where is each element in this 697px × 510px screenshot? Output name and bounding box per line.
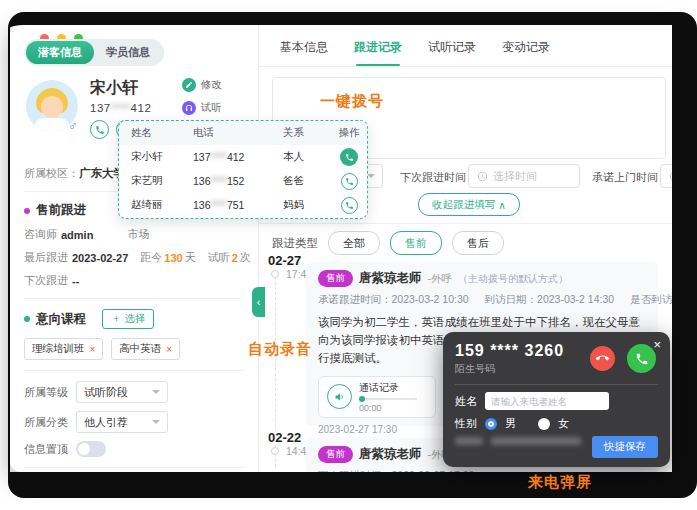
female-label: 女 [558, 416, 569, 431]
tab-change-records[interactable]: 变动记录 [502, 39, 550, 66]
contact-row: 宋小轩 137****412 本人 [119, 145, 367, 169]
green-bullet-icon [24, 316, 30, 322]
tab-basic-info[interactable]: 基本信息 [280, 39, 328, 66]
timeline-marker-icon [271, 447, 279, 455]
call-contact-button[interactable] [341, 197, 358, 214]
phone-down-icon [593, 349, 611, 367]
promised-visit-time-label: 承诺上门时间 [592, 170, 658, 185]
promised-visit-time-input[interactable]: 选择时间 [660, 164, 690, 188]
phone-icon [635, 352, 649, 366]
intent-course-title: 意向课程 ＋ 选择 [24, 309, 258, 329]
annotation-call-screen-pop: 来电弹屏 [528, 473, 592, 492]
call-contact-button[interactable] [340, 148, 358, 166]
course-tag[interactable]: 理综培训班× [24, 338, 103, 360]
level-select[interactable]: 试听阶段 [76, 381, 168, 403]
name-label: 姓名 [455, 394, 477, 409]
audio-progress-bar[interactable] [359, 398, 417, 400]
purple-bullet-icon [24, 208, 30, 214]
visited-toggle[interactable] [680, 293, 690, 307]
timeline-marker-icon [271, 270, 279, 278]
contact-row: 宋艺明 136****152 爸爸 [119, 169, 367, 193]
next-follow-time-input[interactable]: 选择时间 [468, 164, 580, 188]
edit-action[interactable]: 修改 [182, 78, 222, 92]
contact-row: 赵绮丽 136****751 妈妈 [119, 193, 367, 217]
chevron-down-icon [367, 174, 375, 178]
timeline-date: 02-22 [268, 430, 301, 445]
incoming-call-popup: × 159 **** 3260 陌生号码 姓名 性别 男 女 快捷保存 [443, 332, 670, 467]
visited-toggle-row: 是否到访 [630, 293, 690, 307]
col-phone: 电话 [193, 126, 283, 140]
collapse-panel-handle[interactable]: ‹ [252, 287, 265, 317]
tab-follow-up-records[interactable]: 跟进记录 [354, 39, 402, 66]
market-label: 市场 [127, 227, 149, 242]
teacher-name: 唐紫琼老师 [359, 446, 422, 463]
customer-name: 宋小轩 [90, 78, 138, 99]
dial-button[interactable] [90, 120, 109, 139]
annotation-auto-record: 自动录音 [248, 340, 312, 359]
caller-name-input[interactable] [485, 392, 609, 410]
tab-trial-records[interactable]: 试听记录 [428, 39, 476, 66]
chevron-up-icon: ∧ [498, 199, 506, 211]
annotation-one-click-dial: 一键拨号 [320, 92, 384, 111]
gender-label: 性别 [455, 416, 477, 431]
col-name: 姓名 [119, 126, 193, 140]
clock-icon [669, 171, 680, 182]
headset-icon [182, 101, 196, 115]
masked-digits: **** [111, 102, 131, 114]
timeline-date: 02-27 [268, 253, 301, 268]
next-follow-time: 下次跟进时间：2023-02-27 17:00 [318, 469, 474, 472]
call-contact-button[interactable] [341, 173, 358, 190]
course-tag[interactable]: 高中英语× [111, 338, 180, 360]
chevron-down-icon [152, 390, 160, 394]
visit-date: 到访日期：2023-03-2 14:30 [485, 293, 615, 307]
col-action: 操作 [331, 126, 367, 140]
remove-tag-icon[interactable]: × [90, 344, 96, 355]
tab-prospect-info[interactable]: 潜客信息 [26, 41, 94, 64]
tab-student-info[interactable]: 学员信息 [94, 41, 162, 64]
add-course-button[interactable]: ＋ 选择 [102, 309, 154, 329]
male-gender-icon: ♂ [68, 118, 78, 133]
customer-phone: 137****412 [90, 102, 151, 114]
trial-count-value: 2 [232, 252, 238, 264]
male-radio[interactable] [485, 418, 497, 430]
call-recording-player[interactable]: 通话记录 00:00 [318, 376, 436, 418]
filter-aftersale-pill[interactable]: 售后 [452, 231, 504, 255]
quick-save-button[interactable]: 快捷保存 [592, 436, 658, 458]
follow-type-filter: 跟进类型 全部 售前 售后 [272, 231, 504, 255]
blurred-field [455, 437, 483, 445]
record-tab-bar: 基本信息 跟进记录 试听记录 变动记录 [258, 39, 690, 67]
chevron-down-icon [152, 420, 160, 424]
customer-info-panel: 潜客信息 学员信息 ♂ 宋小轩 137****412 [10, 25, 258, 472]
filter-label: 跟进类型 [272, 236, 318, 251]
filter-presale-pill[interactable]: 售前 [390, 231, 442, 255]
pencil-icon [182, 78, 196, 92]
collapse-follow-form-button[interactable]: 收起跟进填写∧ [418, 193, 520, 216]
hang-up-button[interactable] [590, 346, 615, 371]
blurred-field [491, 437, 581, 445]
female-radio[interactable] [538, 418, 550, 430]
teacher-name: 唐紫琼老师 [359, 270, 422, 287]
male-label: 男 [505, 416, 516, 431]
clock-icon [477, 171, 488, 182]
presale-tag: 售前 [318, 270, 353, 287]
answer-call-button[interactable] [627, 344, 656, 373]
contacts-popup: 姓名 电话 关系 操作 宋小轩 137****412 本人 宋艺明 136***… [118, 120, 368, 219]
next-follow-time-label: 下次跟进时间 [400, 170, 466, 185]
col-relation: 关系 [283, 126, 331, 140]
speaker-icon[interactable] [327, 384, 352, 409]
trial-action[interactable]: 试听 [182, 101, 222, 115]
remove-tag-icon[interactable]: × [166, 344, 172, 355]
category-select[interactable]: 他人引荐 [76, 411, 168, 433]
screenshot-stage: 潜客信息 学员信息 ♂ 宋小轩 137****412 [0, 0, 697, 510]
promise-time: 承诺跟进时间：2023-03-2 10:30 [318, 293, 469, 307]
presale-tag: 售前 [318, 446, 353, 463]
days-since-value: 130 [164, 252, 182, 264]
panel-divider [258, 25, 259, 472]
filter-all-pill[interactable]: 全部 [328, 231, 380, 255]
pin-info-toggle[interactable] [76, 441, 106, 457]
left-tab-bar: 潜客信息 学员信息 [24, 39, 164, 66]
